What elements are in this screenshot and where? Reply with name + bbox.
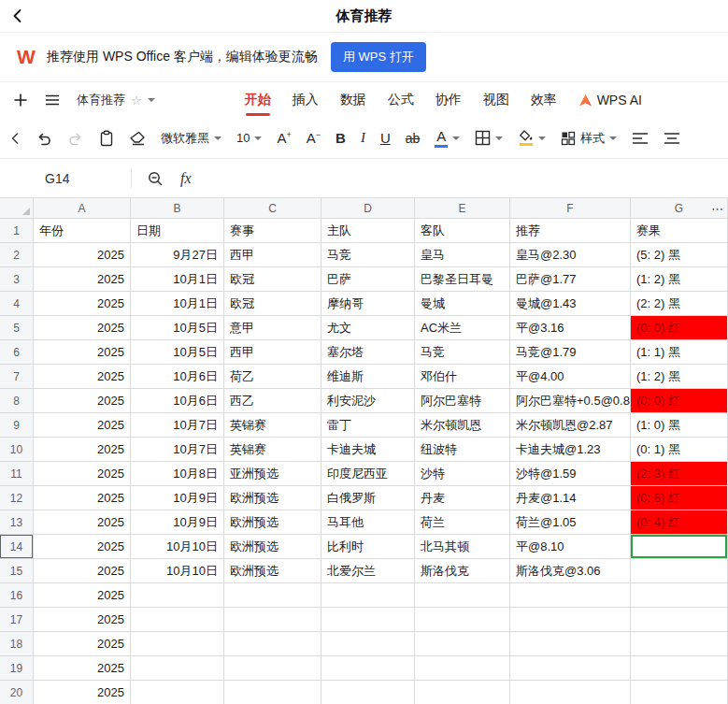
cell-e20[interactable] (415, 681, 510, 704)
column-header-b[interactable]: B (131, 198, 224, 219)
column-header-d[interactable]: D (321, 198, 415, 219)
cell-d9[interactable]: 雷丁 (321, 413, 415, 438)
row-header-20[interactable]: 20 (0, 681, 34, 704)
cell-f7[interactable]: 平@4.00 (510, 365, 631, 389)
cell-g19[interactable] (631, 656, 728, 681)
tab-efficiency[interactable]: 效率 (531, 83, 557, 117)
cell-e3[interactable]: 巴黎圣日耳曼 (415, 267, 510, 292)
column-header-g[interactable]: G⋯ (631, 198, 728, 219)
cell-c14[interactable]: 欧洲预选 (224, 535, 321, 559)
cell-d3[interactable]: 巴萨 (321, 267, 415, 292)
cell-a18[interactable]: 2025 (34, 632, 131, 656)
redo-button[interactable] (67, 130, 84, 147)
paste-clipboard-button[interactable] (99, 130, 114, 147)
cell-e2[interactable]: 皇马 (415, 243, 510, 267)
cell-f15[interactable]: 斯洛伐克@3.06 (510, 559, 631, 583)
cell-reference[interactable]: G14 (45, 171, 82, 186)
cell-c16[interactable] (224, 583, 321, 608)
bold-button[interactable]: B (335, 130, 346, 146)
horizontal-align-button[interactable] (632, 132, 649, 145)
row-header-5[interactable]: 5 (0, 316, 34, 340)
cell-a3[interactable]: 2025 (34, 267, 131, 292)
cell-e9[interactable]: 米尔顿凯恩 (415, 413, 510, 438)
cell-g8[interactable]: (0: 0) 红 (631, 389, 728, 413)
cell-e13[interactable]: 荷兰 (415, 510, 510, 535)
cell-g2[interactable]: (5: 2) 黑 (631, 243, 728, 267)
cell-c10[interactable]: 英锦赛 (224, 438, 321, 462)
strikethrough-button[interactable]: ab (406, 131, 421, 146)
cell-g14[interactable] (631, 535, 728, 559)
row-header-4[interactable]: 4 (0, 292, 34, 316)
cell-g13[interactable]: (0: 4) 红 (631, 510, 728, 535)
row-header-16[interactable]: 16 (0, 583, 34, 608)
cell-f3[interactable]: 巴萨@1.77 (510, 267, 631, 292)
font-family-select[interactable]: 微软雅黑 (161, 130, 221, 147)
cell-g9[interactable]: (1: 0) 黑 (631, 413, 728, 438)
cell-f8[interactable]: 阿尔巴塞特+0.5@0.8 (510, 389, 631, 413)
cell-c9[interactable]: 英锦赛 (224, 413, 321, 438)
cell-e5[interactable]: AC米兰 (415, 316, 510, 340)
insert-function-button[interactable]: fx (180, 170, 192, 187)
cell-f18[interactable] (510, 632, 631, 656)
cell-b17[interactable] (131, 608, 224, 632)
cell-a19[interactable]: 2025 (34, 656, 131, 681)
cell-b3[interactable]: 10月1日 (131, 267, 224, 292)
cell-e11[interactable]: 沙特 (415, 462, 510, 486)
cell-c18[interactable] (224, 632, 321, 656)
cell-e7[interactable]: 邓伯什 (415, 365, 510, 389)
cell-b14[interactable]: 10月10日 (131, 535, 224, 559)
cell-c7[interactable]: 荷乙 (224, 365, 321, 389)
fill-color-button[interactable] (518, 130, 546, 146)
cell-a7[interactable]: 2025 (34, 365, 131, 389)
cell-b5[interactable]: 10月5日 (131, 316, 224, 340)
cell-d2[interactable]: 马竞 (321, 243, 415, 267)
cell-b18[interactable] (131, 632, 224, 656)
cell-d18[interactable] (321, 632, 415, 656)
row-header-12[interactable]: 12 (0, 486, 34, 510)
cell-a20[interactable]: 2025 (34, 681, 131, 704)
cell-b8[interactable]: 10月6日 (131, 389, 224, 413)
cell-c6[interactable]: 西甲 (224, 340, 321, 365)
cell-a5[interactable]: 2025 (34, 316, 131, 340)
vertical-align-button[interactable] (664, 132, 680, 145)
cell-a6[interactable]: 2025 (34, 340, 131, 365)
cell-a17[interactable]: 2025 (34, 608, 131, 632)
cell-a9[interactable]: 2025 (34, 413, 131, 438)
cell-e19[interactable] (415, 656, 510, 681)
cell-c19[interactable] (224, 656, 321, 681)
cell-b1[interactable]: 日期 (131, 219, 224, 243)
cell-e10[interactable]: 纽波特 (415, 438, 510, 462)
format-eraser-button[interactable] (129, 131, 146, 146)
column-header-e[interactable]: E (415, 198, 510, 219)
cell-f4[interactable]: 曼城@1.43 (510, 292, 631, 316)
cell-b13[interactable]: 10月9日 (131, 510, 224, 535)
tab-collaborate[interactable]: 协作 (435, 83, 462, 117)
cell-b19[interactable] (131, 656, 224, 681)
collapse-chevron-icon[interactable] (9, 132, 21, 145)
cell-d5[interactable]: 尤文 (321, 316, 415, 340)
row-header-11[interactable]: 11 (0, 462, 34, 486)
row-header-15[interactable]: 15 (0, 559, 34, 583)
increase-font-button[interactable]: A+ (277, 131, 291, 145)
cell-e16[interactable] (415, 583, 510, 608)
cell-d17[interactable] (321, 608, 415, 632)
cell-f20[interactable] (510, 681, 631, 704)
cell-g20[interactable] (631, 681, 728, 704)
cell-f6[interactable]: 马竞@1.79 (510, 340, 631, 365)
cell-g3[interactable]: (1: 2) 黑 (631, 267, 728, 292)
cell-g15[interactable] (631, 559, 728, 583)
cell-g18[interactable] (631, 632, 728, 656)
cell-d13[interactable]: 马耳他 (321, 510, 415, 535)
tab-data[interactable]: 数据 (340, 83, 366, 117)
cell-e4[interactable]: 曼城 (415, 292, 510, 316)
cell-c8[interactable]: 西乙 (224, 389, 321, 413)
cell-a12[interactable]: 2025 (34, 486, 131, 510)
cell-b2[interactable]: 9月27日 (131, 243, 224, 267)
cell-a2[interactable]: 2025 (34, 243, 131, 267)
column-options-icon[interactable]: ⋯ (711, 201, 724, 215)
cell-b10[interactable]: 10月7日 (131, 438, 224, 462)
cell-d14[interactable]: 比利时 (321, 535, 415, 559)
font-color-button[interactable]: A (435, 129, 460, 148)
row-header-9[interactable]: 9 (0, 413, 34, 438)
cell-d16[interactable] (321, 583, 415, 608)
